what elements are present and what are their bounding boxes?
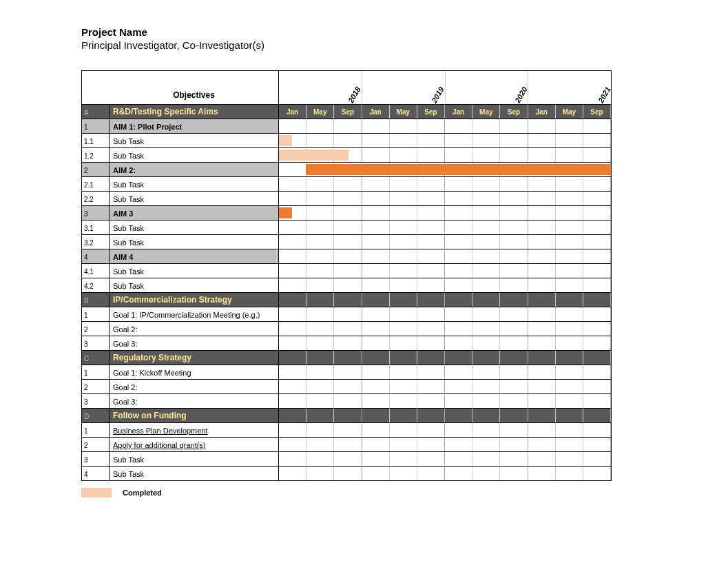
month-cell <box>500 394 528 408</box>
month-cell <box>445 148 472 162</box>
month-cell <box>306 394 334 408</box>
month-cell <box>583 322 611 336</box>
gantt-chart: Objectives2018201920202021AR&D/Testing S… <box>81 70 612 481</box>
month-cell <box>528 148 556 162</box>
section-id: D <box>82 409 110 422</box>
month-cell: Jan <box>362 105 390 119</box>
month-cell <box>445 293 472 307</box>
month-cell <box>279 192 306 205</box>
project-name: Project Name <box>81 26 728 38</box>
row-label: AIM 1: Pilot Project <box>110 119 278 133</box>
month-cell <box>528 249 556 263</box>
month-cell <box>334 278 362 292</box>
month-cell <box>390 394 417 408</box>
row-id: 3.1 <box>82 221 110 234</box>
month-cell <box>556 307 583 321</box>
month-cell <box>306 307 334 321</box>
month-cell <box>279 163 306 176</box>
month-cell <box>306 365 334 379</box>
month-cell <box>528 351 556 365</box>
month-cell <box>472 119 500 133</box>
row-label: Sub Task <box>110 148 278 162</box>
month-cell <box>306 438 334 451</box>
month-cell <box>417 235 445 249</box>
section-id: B <box>82 293 110 307</box>
month-cell <box>500 409 528 422</box>
month-cell <box>528 206 556 220</box>
gantt-bar <box>279 135 292 146</box>
month-cell <box>334 336 362 350</box>
month-cell <box>279 249 306 263</box>
month-cell <box>583 380 611 393</box>
month-cell <box>445 192 472 205</box>
month-cell <box>417 264 445 278</box>
month-cell <box>334 452 362 466</box>
month-cell <box>390 365 417 379</box>
title-block: Project Name Principal Investigator, Co-… <box>81 26 728 51</box>
row-label: AIM 4 <box>110 249 278 263</box>
month-cell: Jan <box>528 105 556 119</box>
month-cell <box>362 148 390 162</box>
month-cell <box>556 206 583 220</box>
month-cell <box>362 423 390 437</box>
month-cell <box>583 221 611 234</box>
row-id: 1 <box>82 365 110 379</box>
month-cell <box>279 235 306 249</box>
row-id: 4.2 <box>82 278 110 292</box>
month-cell <box>528 293 556 307</box>
month-cell <box>528 336 556 350</box>
month-cell <box>417 293 445 307</box>
month-cell <box>362 235 390 249</box>
row-id: 4.1 <box>82 264 110 278</box>
month-cell <box>445 235 472 249</box>
month-cell <box>279 278 306 292</box>
month-cell <box>583 134 611 147</box>
month-cell <box>362 380 390 393</box>
investigators: Principal Investigator, Co-Investigator(… <box>81 39 728 51</box>
month-cell <box>500 293 528 307</box>
month-cell <box>306 134 334 147</box>
month-cell <box>417 394 445 408</box>
month-cell: Sep <box>334 105 362 119</box>
month-cell <box>334 423 362 437</box>
month-cell <box>417 148 445 162</box>
month-cell <box>362 134 390 147</box>
month-cell <box>390 148 417 162</box>
month-cell <box>528 394 556 408</box>
month-cell <box>528 192 556 205</box>
month-cell <box>583 351 611 365</box>
month-cell <box>334 177 362 191</box>
month-cell <box>528 380 556 393</box>
row-label: AIM 3 <box>110 206 278 220</box>
month-cell <box>279 322 306 336</box>
month-cell <box>334 192 362 205</box>
month-cell <box>279 423 306 437</box>
gantt-row: 2Goal 2: <box>82 321 611 336</box>
month-cell <box>306 423 334 437</box>
month-cell <box>334 264 362 278</box>
month-cell <box>472 467 500 480</box>
gantt-row: 3.2Sub Task <box>82 234 611 249</box>
month-cell <box>556 365 583 379</box>
month-cell <box>472 394 500 408</box>
month-cell <box>279 293 306 307</box>
month-cell <box>390 192 417 205</box>
gantt-row: 4Sub Task <box>82 466 611 480</box>
month-cell <box>362 221 390 234</box>
month-cell <box>556 351 583 365</box>
year-label: 2018 <box>346 85 362 104</box>
month-cell <box>500 177 528 191</box>
month-cell <box>472 235 500 249</box>
month-cell <box>445 119 472 133</box>
month-cell <box>417 365 445 379</box>
month-cell <box>306 380 334 393</box>
month-cell <box>556 394 583 408</box>
row-id: 2.1 <box>82 177 110 191</box>
row-id: 3.2 <box>82 235 110 249</box>
month-cell <box>472 380 500 393</box>
month-cell <box>417 307 445 321</box>
row-label: Goal 3: <box>110 394 278 408</box>
month-cell <box>556 336 583 350</box>
month-cell <box>583 409 611 422</box>
month-cell <box>417 134 445 147</box>
